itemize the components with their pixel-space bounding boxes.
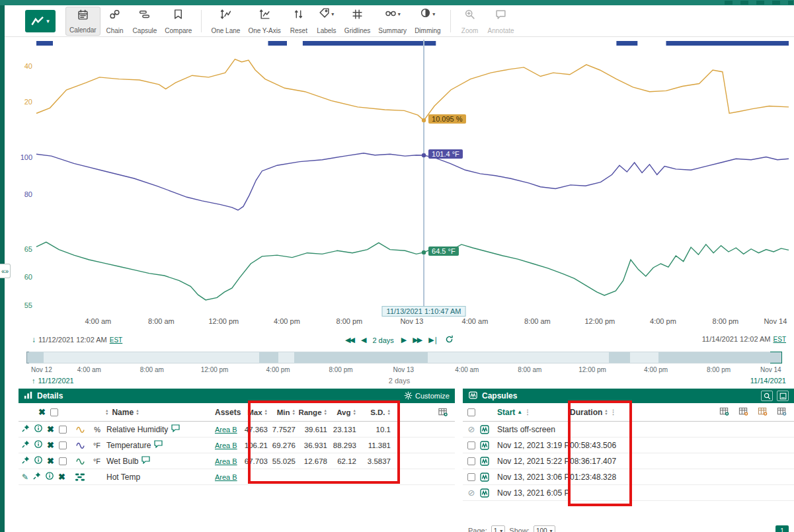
- signal-name[interactable]: Relative Humidity: [106, 425, 168, 434]
- toolbar-button-calendar[interactable]: Calendar: [65, 7, 100, 36]
- details-row-relative-humidity[interactable]: ✖ % Relative Humidity Area B 47.363 7.75…: [19, 422, 455, 437]
- capsule-row[interactable]: Nov 12, 2021 5:22 PM 08:36:17.407: [463, 453, 794, 469]
- asset-link[interactable]: Area B: [215, 473, 237, 481]
- worksheet-view-menu-button[interactable]: ▾: [25, 10, 56, 32]
- info-icon[interactable]: [46, 472, 54, 482]
- row-checkbox[interactable]: [59, 426, 67, 434]
- row-checkbox[interactable]: [467, 441, 475, 449]
- info-icon[interactable]: [34, 456, 42, 466]
- toolbar-button-dimming[interactable]: ▾ Dimming: [411, 7, 444, 36]
- edit-pencil-icon[interactable]: ✎: [22, 473, 28, 482]
- refresh-button[interactable]: [445, 335, 454, 345]
- toolbar-button-summary[interactable]: ▾ Summary: [375, 7, 410, 36]
- remove-icon[interactable]: ✖: [58, 473, 65, 481]
- stat-avg: 62.12: [331, 457, 360, 465]
- pin-icon[interactable]: [22, 456, 30, 466]
- column-menu-icon[interactable]: ⋮: [610, 408, 617, 416]
- toolbar-button-compare[interactable]: Compare: [161, 7, 195, 36]
- signal-name[interactable]: Temperature: [106, 441, 151, 450]
- column-header-max[interactable]: Max▲▼: [243, 408, 271, 416]
- capsule-row[interactable]: ⊘ Starts off-screen: [463, 422, 794, 437]
- add-column-button[interactable]: [438, 407, 455, 417]
- timezone-link[interactable]: EST: [774, 336, 786, 343]
- range-duration-label[interactable]: 2 days: [372, 336, 393, 344]
- toolbar-button-chain[interactable]: Chain: [102, 7, 128, 36]
- toolbar-button-one-lane[interactable]: One Lane: [208, 7, 243, 36]
- trend-plot: [5, 37, 794, 333]
- comment-icon[interactable]: [154, 440, 163, 450]
- asset-link[interactable]: Area B: [215, 426, 237, 434]
- go-to-now-button[interactable]: ▶❘: [428, 336, 438, 344]
- capsule-icon: [480, 488, 497, 498]
- condition-name[interactable]: Hot Temp: [106, 473, 140, 482]
- details-row-hot-temp[interactable]: ✎ ✖ Hot Temp Area B: [19, 469, 455, 485]
- comment-icon[interactable]: [141, 456, 150, 466]
- timebar-track[interactable]: [26, 352, 782, 363]
- column-header-avg[interactable]: Avg▲▼: [331, 408, 360, 416]
- info-icon[interactable]: [34, 440, 42, 450]
- select-all-checkbox[interactable]: [467, 408, 475, 416]
- remove-icon[interactable]: ✖: [47, 441, 54, 449]
- pin-icon[interactable]: [33, 472, 41, 482]
- add-property-column-button[interactable]: [757, 406, 768, 418]
- toolbar-divider: [201, 10, 202, 32]
- column-header-range[interactable]: Range▲▼: [299, 408, 331, 416]
- window-control-dot: [725, 1, 733, 5]
- toolbar-button-reset[interactable]: Reset: [286, 7, 312, 36]
- sort-icon[interactable]: ▲▼: [105, 409, 108, 416]
- signal-name[interactable]: Wet Bulb: [106, 457, 138, 466]
- toolbar-button-one-y-axis[interactable]: One Y-Axis: [245, 7, 284, 36]
- details-panel: Details Customize ✖ ▲▼ Name ▲▼ Assets▲▼ …: [19, 389, 455, 532]
- page-size-select[interactable]: 100▾: [534, 525, 555, 532]
- row-checkbox[interactable]: [467, 457, 475, 465]
- row-checkbox[interactable]: [59, 441, 67, 449]
- column-header-name[interactable]: Name: [112, 408, 134, 417]
- asset-link[interactable]: Area B: [215, 457, 237, 465]
- comment-icon[interactable]: [171, 424, 180, 434]
- column-header-min[interactable]: Min▲▼: [271, 408, 299, 416]
- add-column-button[interactable]: [719, 406, 730, 418]
- capsule-row[interactable]: ⊘ Nov 13, 2021 6:05 PM: [463, 485, 794, 501]
- add-grouping-column-button[interactable]: [776, 406, 787, 418]
- row-checkbox[interactable]: [59, 457, 67, 465]
- trend-chart[interactable]: 402010080656055 4:00 am8:00 am12:00 pm4:…: [5, 37, 794, 333]
- search-button[interactable]: [761, 391, 773, 401]
- capsule-duration: 00:58:43.506: [570, 441, 639, 450]
- remove-all-icon[interactable]: ✖: [38, 408, 46, 416]
- page-select[interactable]: 1▾: [491, 525, 506, 532]
- details-row-temperature[interactable]: ✖ °F Temperature Area B 106.21 69.276 36…: [19, 437, 455, 453]
- remove-icon[interactable]: ✖: [47, 426, 54, 434]
- column-header-assets[interactable]: Assets▲▼: [215, 408, 243, 417]
- column-header-sd[interactable]: S.D.▲▼: [360, 408, 394, 416]
- step-back-full-button[interactable]: ◀◀: [345, 336, 354, 344]
- pin-icon[interactable]: [22, 440, 30, 450]
- asset-link[interactable]: Area B: [215, 441, 237, 449]
- select-all-checkbox[interactable]: [50, 408, 58, 416]
- step-back-button[interactable]: ◀: [361, 336, 365, 344]
- toolbar-button-gridlines[interactable]: Gridlines: [341, 7, 374, 36]
- x-tick-label: 8:00 am: [148, 317, 175, 325]
- step-forward-full-button[interactable]: ▶▶: [413, 336, 421, 344]
- toolbar-button-labels[interactable]: ▾ Labels: [313, 7, 340, 36]
- column-menu-icon[interactable]: ⋮: [524, 408, 531, 416]
- page-number-button[interactable]: 1: [775, 525, 789, 532]
- cursor-value-humidity: 10.095 %: [428, 114, 465, 124]
- sort-icon[interactable]: ▲▼: [136, 409, 139, 416]
- details-row-wet-bulb[interactable]: ✖ °F Wet Bulb Area B 67.703 55.025 12.67…: [19, 453, 455, 469]
- remove-icon[interactable]: ✖: [47, 457, 54, 465]
- info-icon[interactable]: [34, 424, 42, 434]
- tag-icon: [319, 7, 330, 21]
- collapse-panel-button[interactable]: [777, 391, 789, 401]
- toolbar-button-capsule[interactable]: Capsule: [130, 7, 161, 36]
- customize-button[interactable]: Customize: [404, 391, 450, 401]
- sidebar-collapse-handle[interactable]: «»: [0, 264, 11, 278]
- column-header-start[interactable]: Start▲⋮: [497, 408, 570, 417]
- pin-icon[interactable]: [22, 424, 30, 434]
- step-forward-button[interactable]: ▶: [401, 336, 405, 344]
- add-stat-column-button[interactable]: [738, 406, 749, 418]
- column-header-duration[interactable]: Duration▲▼⋮: [570, 408, 639, 417]
- capsule-row[interactable]: Nov 12, 2021 3:19 PM 00:58:43.506: [463, 437, 794, 453]
- row-checkbox[interactable]: [467, 473, 475, 481]
- capsule-row[interactable]: Nov 13, 2021 3:06 PM 01:23:48.328: [463, 469, 794, 485]
- timezone-link[interactable]: EST: [110, 336, 122, 344]
